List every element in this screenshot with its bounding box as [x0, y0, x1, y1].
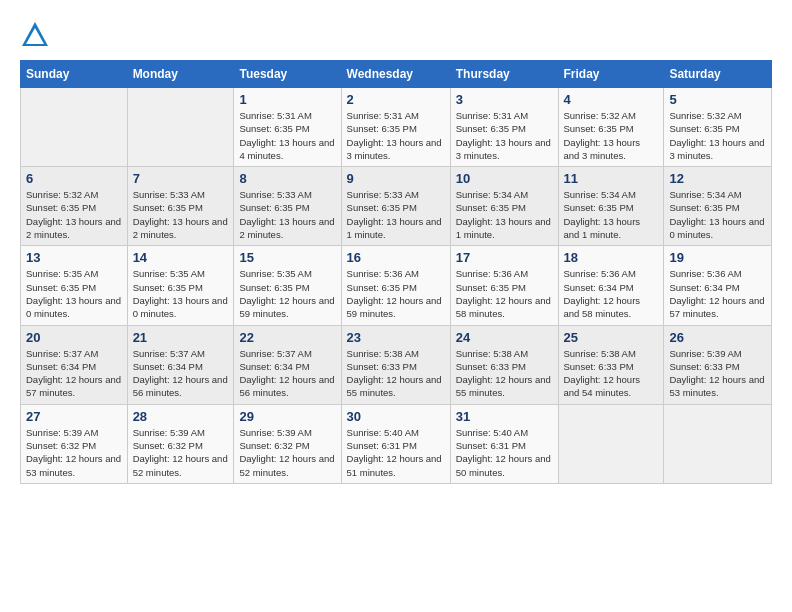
calendar-cell: 3Sunrise: 5:31 AM Sunset: 6:35 PM Daylig…	[450, 88, 558, 167]
calendar-cell: 8Sunrise: 5:33 AM Sunset: 6:35 PM Daylig…	[234, 167, 341, 246]
day-info: Sunrise: 5:33 AM Sunset: 6:35 PM Dayligh…	[133, 188, 229, 241]
day-info: Sunrise: 5:33 AM Sunset: 6:35 PM Dayligh…	[239, 188, 335, 241]
day-number: 3	[456, 92, 553, 107]
calendar-cell: 13Sunrise: 5:35 AM Sunset: 6:35 PM Dayli…	[21, 246, 128, 325]
page-header	[20, 20, 772, 50]
day-info: Sunrise: 5:39 AM Sunset: 6:32 PM Dayligh…	[26, 426, 122, 479]
day-info: Sunrise: 5:38 AM Sunset: 6:33 PM Dayligh…	[347, 347, 445, 400]
calendar-cell: 19Sunrise: 5:36 AM Sunset: 6:34 PM Dayli…	[664, 246, 772, 325]
calendar-cell: 23Sunrise: 5:38 AM Sunset: 6:33 PM Dayli…	[341, 325, 450, 404]
day-info: Sunrise: 5:36 AM Sunset: 6:34 PM Dayligh…	[669, 267, 766, 320]
weekday-header-wednesday: Wednesday	[341, 61, 450, 88]
day-info: Sunrise: 5:35 AM Sunset: 6:35 PM Dayligh…	[239, 267, 335, 320]
day-info: Sunrise: 5:32 AM Sunset: 6:35 PM Dayligh…	[564, 109, 659, 162]
day-number: 19	[669, 250, 766, 265]
calendar-cell: 14Sunrise: 5:35 AM Sunset: 6:35 PM Dayli…	[127, 246, 234, 325]
day-info: Sunrise: 5:36 AM Sunset: 6:35 PM Dayligh…	[347, 267, 445, 320]
day-number: 21	[133, 330, 229, 345]
day-info: Sunrise: 5:37 AM Sunset: 6:34 PM Dayligh…	[26, 347, 122, 400]
day-number: 5	[669, 92, 766, 107]
week-row-3: 13Sunrise: 5:35 AM Sunset: 6:35 PM Dayli…	[21, 246, 772, 325]
day-info: Sunrise: 5:36 AM Sunset: 6:35 PM Dayligh…	[456, 267, 553, 320]
day-number: 18	[564, 250, 659, 265]
calendar-cell: 24Sunrise: 5:38 AM Sunset: 6:33 PM Dayli…	[450, 325, 558, 404]
calendar-cell: 28Sunrise: 5:39 AM Sunset: 6:32 PM Dayli…	[127, 404, 234, 483]
day-number: 20	[26, 330, 122, 345]
calendar-cell: 21Sunrise: 5:37 AM Sunset: 6:34 PM Dayli…	[127, 325, 234, 404]
weekday-header-row: SundayMondayTuesdayWednesdayThursdayFrid…	[21, 61, 772, 88]
calendar-cell	[127, 88, 234, 167]
day-number: 30	[347, 409, 445, 424]
day-info: Sunrise: 5:36 AM Sunset: 6:34 PM Dayligh…	[564, 267, 659, 320]
calendar-cell: 12Sunrise: 5:34 AM Sunset: 6:35 PM Dayli…	[664, 167, 772, 246]
day-number: 12	[669, 171, 766, 186]
day-number: 31	[456, 409, 553, 424]
weekday-header-tuesday: Tuesday	[234, 61, 341, 88]
day-number: 17	[456, 250, 553, 265]
day-number: 25	[564, 330, 659, 345]
day-info: Sunrise: 5:33 AM Sunset: 6:35 PM Dayligh…	[347, 188, 445, 241]
day-number: 7	[133, 171, 229, 186]
calendar-cell: 18Sunrise: 5:36 AM Sunset: 6:34 PM Dayli…	[558, 246, 664, 325]
day-info: Sunrise: 5:32 AM Sunset: 6:35 PM Dayligh…	[26, 188, 122, 241]
calendar-cell: 5Sunrise: 5:32 AM Sunset: 6:35 PM Daylig…	[664, 88, 772, 167]
day-number: 26	[669, 330, 766, 345]
weekday-header-friday: Friday	[558, 61, 664, 88]
day-number: 10	[456, 171, 553, 186]
day-info: Sunrise: 5:37 AM Sunset: 6:34 PM Dayligh…	[133, 347, 229, 400]
calendar-cell	[664, 404, 772, 483]
day-number: 4	[564, 92, 659, 107]
day-number: 6	[26, 171, 122, 186]
calendar-cell: 22Sunrise: 5:37 AM Sunset: 6:34 PM Dayli…	[234, 325, 341, 404]
week-row-5: 27Sunrise: 5:39 AM Sunset: 6:32 PM Dayli…	[21, 404, 772, 483]
week-row-1: 1Sunrise: 5:31 AM Sunset: 6:35 PM Daylig…	[21, 88, 772, 167]
day-number: 24	[456, 330, 553, 345]
calendar-cell: 6Sunrise: 5:32 AM Sunset: 6:35 PM Daylig…	[21, 167, 128, 246]
day-info: Sunrise: 5:40 AM Sunset: 6:31 PM Dayligh…	[456, 426, 553, 479]
weekday-header-thursday: Thursday	[450, 61, 558, 88]
day-number: 14	[133, 250, 229, 265]
day-info: Sunrise: 5:34 AM Sunset: 6:35 PM Dayligh…	[456, 188, 553, 241]
calendar-cell: 9Sunrise: 5:33 AM Sunset: 6:35 PM Daylig…	[341, 167, 450, 246]
calendar-cell: 11Sunrise: 5:34 AM Sunset: 6:35 PM Dayli…	[558, 167, 664, 246]
day-number: 11	[564, 171, 659, 186]
logo-icon	[20, 20, 50, 50]
calendar-cell: 4Sunrise: 5:32 AM Sunset: 6:35 PM Daylig…	[558, 88, 664, 167]
day-number: 2	[347, 92, 445, 107]
day-info: Sunrise: 5:35 AM Sunset: 6:35 PM Dayligh…	[133, 267, 229, 320]
day-info: Sunrise: 5:31 AM Sunset: 6:35 PM Dayligh…	[347, 109, 445, 162]
calendar-cell: 20Sunrise: 5:37 AM Sunset: 6:34 PM Dayli…	[21, 325, 128, 404]
day-info: Sunrise: 5:40 AM Sunset: 6:31 PM Dayligh…	[347, 426, 445, 479]
day-number: 28	[133, 409, 229, 424]
day-number: 27	[26, 409, 122, 424]
day-info: Sunrise: 5:35 AM Sunset: 6:35 PM Dayligh…	[26, 267, 122, 320]
calendar-cell: 29Sunrise: 5:39 AM Sunset: 6:32 PM Dayli…	[234, 404, 341, 483]
calendar-cell: 2Sunrise: 5:31 AM Sunset: 6:35 PM Daylig…	[341, 88, 450, 167]
calendar-cell: 16Sunrise: 5:36 AM Sunset: 6:35 PM Dayli…	[341, 246, 450, 325]
logo	[20, 20, 54, 50]
calendar-cell	[21, 88, 128, 167]
calendar-cell: 26Sunrise: 5:39 AM Sunset: 6:33 PM Dayli…	[664, 325, 772, 404]
weekday-header-saturday: Saturday	[664, 61, 772, 88]
week-row-2: 6Sunrise: 5:32 AM Sunset: 6:35 PM Daylig…	[21, 167, 772, 246]
calendar-cell: 31Sunrise: 5:40 AM Sunset: 6:31 PM Dayli…	[450, 404, 558, 483]
day-info: Sunrise: 5:39 AM Sunset: 6:32 PM Dayligh…	[133, 426, 229, 479]
calendar-table: SundayMondayTuesdayWednesdayThursdayFrid…	[20, 60, 772, 484]
day-number: 9	[347, 171, 445, 186]
calendar-cell: 30Sunrise: 5:40 AM Sunset: 6:31 PM Dayli…	[341, 404, 450, 483]
day-info: Sunrise: 5:31 AM Sunset: 6:35 PM Dayligh…	[239, 109, 335, 162]
day-number: 29	[239, 409, 335, 424]
calendar-cell: 25Sunrise: 5:38 AM Sunset: 6:33 PM Dayli…	[558, 325, 664, 404]
day-number: 23	[347, 330, 445, 345]
day-number: 8	[239, 171, 335, 186]
day-number: 22	[239, 330, 335, 345]
calendar-cell: 17Sunrise: 5:36 AM Sunset: 6:35 PM Dayli…	[450, 246, 558, 325]
calendar-cell: 15Sunrise: 5:35 AM Sunset: 6:35 PM Dayli…	[234, 246, 341, 325]
day-number: 1	[239, 92, 335, 107]
day-info: Sunrise: 5:32 AM Sunset: 6:35 PM Dayligh…	[669, 109, 766, 162]
calendar-cell: 1Sunrise: 5:31 AM Sunset: 6:35 PM Daylig…	[234, 88, 341, 167]
day-info: Sunrise: 5:38 AM Sunset: 6:33 PM Dayligh…	[564, 347, 659, 400]
day-number: 15	[239, 250, 335, 265]
calendar-cell: 10Sunrise: 5:34 AM Sunset: 6:35 PM Dayli…	[450, 167, 558, 246]
day-info: Sunrise: 5:37 AM Sunset: 6:34 PM Dayligh…	[239, 347, 335, 400]
